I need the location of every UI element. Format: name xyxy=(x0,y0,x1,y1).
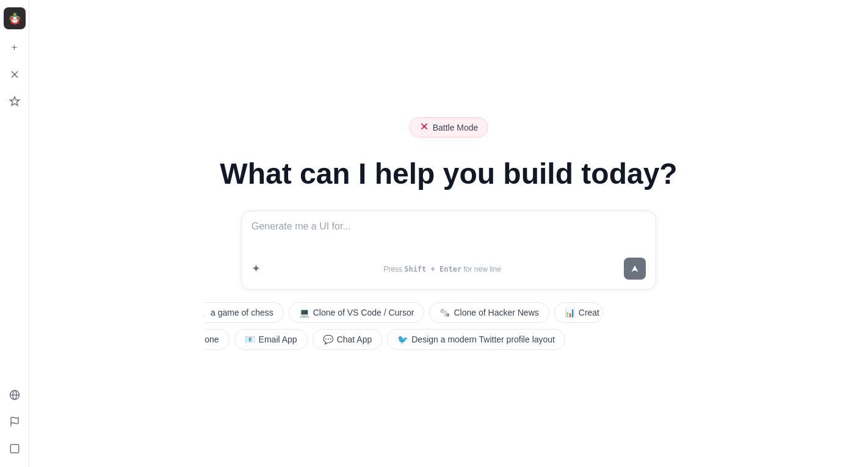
chess-icon: ♟️ xyxy=(204,308,207,317)
chips-container: ♟️ a game of chess 💻 Clone of VS Code / … xyxy=(204,302,693,350)
chip-twitter[interactable]: 🐦 Design a modern Twitter profile layout xyxy=(387,329,565,350)
chip-create-label: Creat xyxy=(579,308,599,317)
chip-twitter-label: Design a modern Twitter profile layout xyxy=(411,335,555,344)
svg-point-10 xyxy=(423,126,425,128)
main-content: Battle Mode What can I help you build to… xyxy=(29,0,868,467)
prompt-footer: ✦ Press Shift + Enter for new line xyxy=(251,258,646,280)
sidebar-bottom xyxy=(4,384,26,460)
chips-row-2: Clone 📧 Email App 💬 Chat App 🐦 Design a … xyxy=(204,329,693,350)
create-icon: 📊 xyxy=(565,308,575,317)
layout-button[interactable] xyxy=(4,438,26,460)
battle-mode-sidebar-button[interactable] xyxy=(4,63,26,85)
main-heading: What can I help you build today? xyxy=(220,157,677,190)
vscode-icon: 💻 xyxy=(299,308,309,317)
chip-chess-label: a game of chess xyxy=(211,308,273,317)
email-icon: 📧 xyxy=(245,335,255,344)
new-chat-button[interactable]: + xyxy=(4,37,26,59)
chip-email-label: Email App xyxy=(259,335,297,344)
svg-rect-7 xyxy=(10,444,19,453)
prompt-hint: Press Shift + Enter for new line xyxy=(383,265,501,273)
send-button[interactable] xyxy=(624,258,646,280)
twitter-icon: 🐦 xyxy=(397,335,408,344)
globe-button[interactable] xyxy=(4,384,26,406)
battle-mode-label: Battle Mode xyxy=(433,123,479,132)
badge-sidebar-button[interactable] xyxy=(4,90,26,112)
chip-clone-label: Clone xyxy=(204,335,219,344)
prompt-footer-left: ✦ xyxy=(251,262,261,275)
svg-point-2 xyxy=(13,73,16,76)
prompt-input[interactable] xyxy=(251,221,646,250)
prompt-hint-text: Press Shift + Enter for new line xyxy=(383,263,501,274)
chip-chat-label: Chat App xyxy=(337,335,372,344)
chip-clone[interactable]: Clone xyxy=(204,329,230,350)
chips-row-1: ♟️ a game of chess 💻 Clone of VS Code / … xyxy=(204,302,693,323)
chat-icon: 💬 xyxy=(323,335,333,344)
sidebar: 🪆 + xyxy=(0,0,29,467)
battle-mode-badge[interactable]: Battle Mode xyxy=(409,117,489,137)
prompt-box: ✦ Press Shift + Enter for new line xyxy=(241,211,656,290)
chip-hackernews[interactable]: 🗞️ Clone of Hacker News xyxy=(429,302,549,323)
chip-email[interactable]: 📧 Email App xyxy=(234,329,308,350)
chip-chat[interactable]: 💬 Chat App xyxy=(313,329,383,350)
chip-create[interactable]: 📊 Creat xyxy=(554,302,603,323)
flag-button[interactable] xyxy=(4,411,26,433)
chip-vscode[interactable]: 💻 Clone of VS Code / Cursor xyxy=(289,302,425,323)
chip-hackernews-label: Clone of Hacker News xyxy=(454,308,538,317)
chip-chess[interactable]: ♟️ a game of chess xyxy=(204,302,284,323)
hackernews-icon: 🗞️ xyxy=(439,308,450,317)
sparkle-icon[interactable]: ✦ xyxy=(251,262,261,275)
battle-mode-icon xyxy=(419,121,429,133)
app-logo[interactable]: 🪆 xyxy=(4,7,26,29)
chip-vscode-label: Clone of VS Code / Cursor xyxy=(313,308,414,317)
